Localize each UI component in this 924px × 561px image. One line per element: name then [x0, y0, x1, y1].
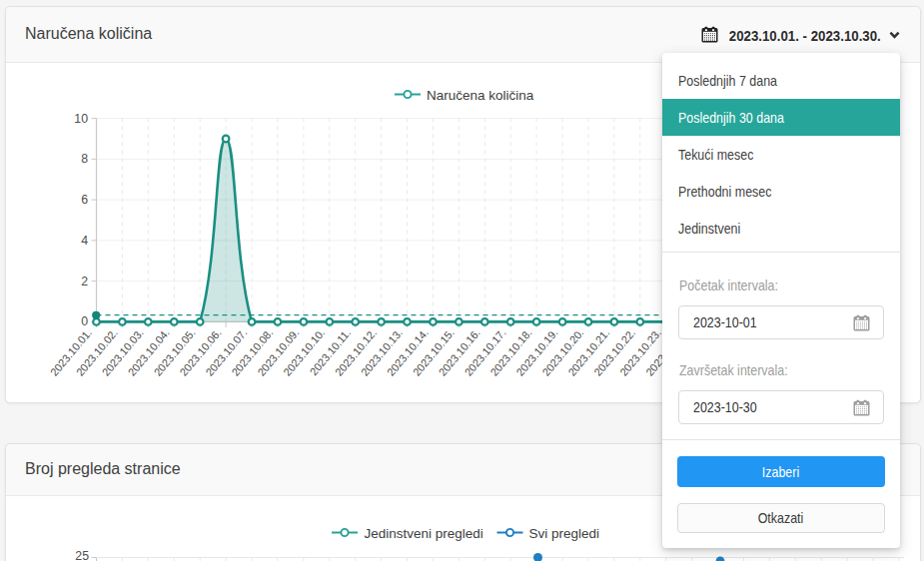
svg-text:Svi pregledi: Svi pregledi	[529, 526, 600, 541]
svg-text:6: 6	[81, 193, 88, 207]
svg-text:Naručena količina: Naručena količina	[427, 88, 534, 103]
svg-text:10: 10	[74, 112, 88, 126]
svg-text:25: 25	[75, 549, 89, 561]
svg-text:8: 8	[81, 152, 88, 166]
svg-text:Jedinstveni pregledi: Jedinstveni pregledi	[365, 526, 483, 541]
svg-text:4: 4	[81, 234, 88, 248]
svg-text:2: 2	[81, 275, 88, 288]
